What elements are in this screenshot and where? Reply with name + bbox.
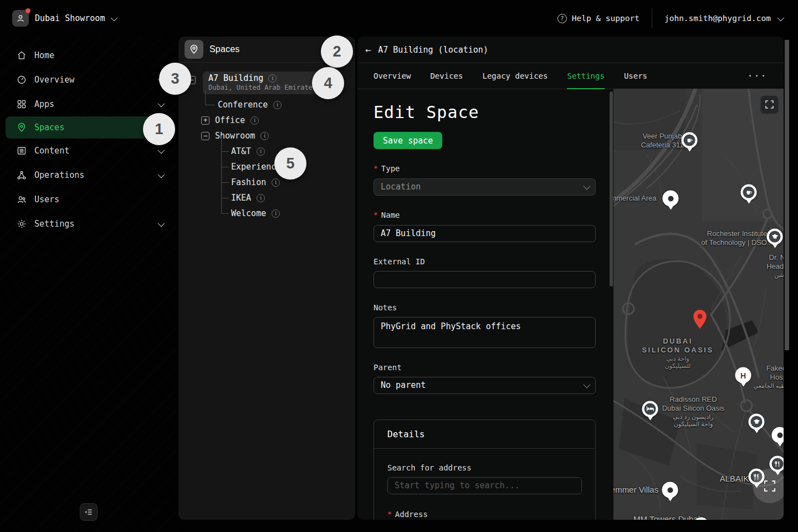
app-root: Dubai Showroom ? Help & support john.smi… bbox=[0, 0, 798, 532]
tree-item-att[interactable]: AT&Ti bbox=[178, 144, 355, 159]
tab-users[interactable]: Users bbox=[624, 63, 647, 89]
map-marker-poi[interactable] bbox=[772, 427, 784, 443]
map-label-emmer-villas: emmer Villas bbox=[613, 485, 658, 495]
dot-icon bbox=[664, 484, 676, 496]
spaces-pin-icon bbox=[185, 40, 203, 59]
sidebar-item-label: Overview bbox=[34, 75, 74, 85]
map-marker-hospital[interactable]: H bbox=[735, 367, 751, 383]
tree-item-conference[interactable]: Conferencei bbox=[178, 97, 355, 112]
form-scrollbar[interactable] bbox=[610, 91, 613, 287]
info-icon[interactable]: i bbox=[268, 74, 277, 83]
sidebar-item-apps[interactable]: Apps bbox=[0, 92, 177, 116]
parent-select[interactable]: No parent bbox=[374, 377, 596, 394]
more-menu-button[interactable]: ··· bbox=[748, 63, 768, 89]
main-header: ← A7 Building (location) bbox=[357, 37, 784, 63]
info-icon[interactable]: i bbox=[272, 178, 280, 187]
map-label-veer-punjab: Veer PunjabCafeteria 311 bbox=[641, 132, 683, 150]
map-tiles bbox=[613, 89, 784, 520]
back-button[interactable]: ← bbox=[365, 44, 371, 55]
spaces-panel-title: Spaces bbox=[209, 44, 240, 54]
location-pin-red[interactable] bbox=[692, 309, 708, 333]
info-icon[interactable]: i bbox=[250, 116, 259, 125]
type-select[interactable]: Location bbox=[374, 178, 596, 196]
tree-collapse-toggle[interactable]: − bbox=[201, 132, 209, 140]
name-input[interactable] bbox=[374, 225, 596, 242]
workspace-switcher[interactable]: Dubai Showroom bbox=[12, 10, 116, 27]
map-marker-cafe[interactable] bbox=[682, 132, 698, 149]
type-value: Location bbox=[381, 182, 421, 192]
chevron-down-icon bbox=[158, 219, 165, 227]
chevron-down-icon bbox=[584, 183, 591, 190]
info-icon[interactable]: i bbox=[257, 147, 265, 156]
tab-settings[interactable]: Settings bbox=[567, 63, 604, 89]
info-icon[interactable]: i bbox=[272, 209, 280, 218]
tree-item-showroom[interactable]: − Showroomi bbox=[178, 128, 355, 144]
save-space-button[interactable]: Save space bbox=[374, 132, 442, 149]
map-fullscreen-button[interactable] bbox=[761, 96, 778, 113]
chevron-down-icon bbox=[158, 171, 165, 178]
tree-item-welcome[interactable]: Welcomei bbox=[178, 206, 355, 221]
user-email: john.smith@phygrid.com bbox=[664, 14, 771, 23]
parent-label: Parent bbox=[374, 363, 596, 372]
tree-item-label: AT&T bbox=[231, 146, 251, 156]
map-label-fakeeh-hospital: Fakeeh UrHospitalمستشفى فقيه الجامعي bbox=[754, 364, 784, 390]
external-id-input[interactable] bbox=[374, 271, 596, 288]
hospital-icon: H bbox=[738, 370, 749, 381]
details-heading: Details bbox=[374, 420, 595, 449]
info-icon[interactable]: i bbox=[257, 194, 265, 202]
dot-icon bbox=[665, 193, 677, 204]
address-label: *Address bbox=[387, 510, 582, 519]
notes-textarea[interactable]: PhyGrid and PhyStack offices bbox=[374, 317, 596, 348]
top-bar: Dubai Showroom ? Help & support john.smi… bbox=[0, 0, 798, 37]
tab-bar: Overview Devices Legacy devices Settings… bbox=[357, 63, 784, 89]
sidebar-item-users[interactable]: Users bbox=[0, 187, 177, 212]
sidebar-item-label: Spaces bbox=[34, 122, 64, 132]
sidebar-item-label: Settings bbox=[34, 219, 74, 229]
details-card: Details Search for address *Address bbox=[374, 420, 596, 520]
map-marker-hotel[interactable] bbox=[642, 401, 658, 417]
tree-item-fashion[interactable]: Fashioni bbox=[178, 175, 355, 190]
info-icon[interactable]: i bbox=[273, 101, 282, 109]
map-marker-poi[interactable] bbox=[663, 191, 679, 207]
map-recenter-button[interactable] bbox=[753, 469, 784, 503]
main-panel: ← A7 Building (location) Overview Device… bbox=[357, 37, 784, 520]
notes-label: Notes bbox=[374, 303, 596, 312]
main-content: Edit Space Save space *Type Location *Na… bbox=[357, 89, 784, 520]
account-menu[interactable]: john.smith@phygrid.com bbox=[664, 14, 782, 23]
sidebar-item-settings[interactable]: Settings bbox=[0, 212, 177, 236]
map-label-dr-nu: Dr. NuHeadquشن bbox=[766, 253, 784, 279]
map-marker-poi[interactable] bbox=[662, 482, 678, 498]
sidebar-item-home[interactable]: Home bbox=[0, 43, 177, 68]
name-label: *Name bbox=[374, 211, 596, 220]
chevron-down-icon bbox=[158, 100, 165, 107]
search-address-label: Search for address bbox=[387, 463, 582, 472]
gear-icon bbox=[17, 219, 27, 229]
page-scrollbar[interactable] bbox=[785, 40, 789, 350]
tree-item-label: Welcome bbox=[231, 208, 266, 218]
sidebar-item-operations[interactable]: Operations bbox=[0, 163, 177, 187]
address-search-input[interactable] bbox=[387, 477, 582, 494]
tab-legacy-devices[interactable]: Legacy devices bbox=[482, 63, 548, 89]
sidebar-item-overview[interactable]: Overview bbox=[0, 68, 177, 92]
tab-devices[interactable]: Devices bbox=[430, 63, 463, 89]
tree-expand-toggle[interactable]: + bbox=[201, 116, 209, 125]
tree-item-experience[interactable]: Experiencei bbox=[178, 159, 355, 175]
map-marker-school[interactable] bbox=[767, 229, 783, 245]
tree-item-office[interactable]: + Officei bbox=[178, 112, 355, 128]
map-marker-cafe[interactable] bbox=[741, 185, 757, 201]
sidebar-collapse-button[interactable] bbox=[80, 503, 98, 521]
map-canvas[interactable]: Veer PunjabCafeteria 311 mmercial Area R… bbox=[613, 89, 784, 520]
map-label-commercial-area: mmercial Area bbox=[613, 194, 657, 203]
tree-item-ikea[interactable]: IKEAi bbox=[178, 190, 355, 206]
info-icon[interactable]: i bbox=[260, 132, 269, 140]
coffee-icon bbox=[684, 135, 695, 146]
chevron-down-icon bbox=[777, 14, 785, 21]
spaces-panel: Spaces − A7 Buildingi Dubai, United Arab… bbox=[178, 37, 355, 520]
required-asterisk: * bbox=[374, 211, 378, 220]
home-icon bbox=[17, 50, 27, 60]
notification-dot bbox=[25, 8, 30, 13]
map-marker-school[interactable] bbox=[749, 414, 765, 430]
help-support-link[interactable]: ? Help & support bbox=[557, 14, 640, 23]
external-id-label: External ID bbox=[374, 257, 596, 266]
tab-overview[interactable]: Overview bbox=[374, 63, 411, 89]
